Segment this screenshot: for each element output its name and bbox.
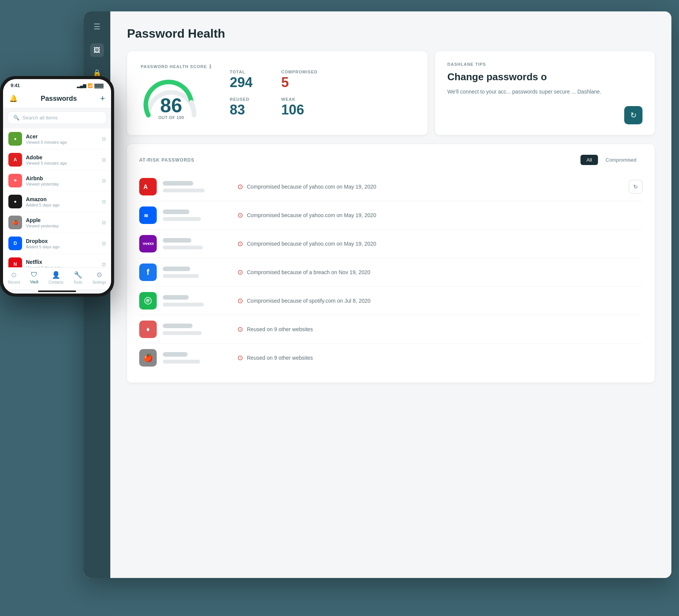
phone-site-sub: Viewed 5 minutes ago <box>26 140 98 144</box>
phone-list-item[interactable]: ● Acer Viewed 5 minutes ago ⧉ <box>3 129 111 149</box>
warning-icon: ⊙ <box>237 211 243 219</box>
desktop-window: ☰ 🖼 🔒 📄 👤 💳 📋 ⊙ Password Health PASSWORD… <box>84 11 671 578</box>
password-row[interactable]: ♦ ⊙ Reused on 9 other websites <box>139 315 642 344</box>
password-row[interactable]: f ⊙ Compromised because of a breach on N… <box>139 258 642 287</box>
phone-site-logo: ● <box>8 132 22 146</box>
password-row[interactable]: 🍎 ⊙ Reused on 9 other websites <box>139 344 642 372</box>
copy-icon[interactable]: ⧉ <box>102 240 106 247</box>
nav-icon-settings: ⚙ <box>96 271 102 279</box>
site-info <box>163 238 231 249</box>
phone-header-title: Passwords <box>41 95 77 103</box>
site-logo-adobe: A <box>139 178 157 195</box>
phone-list-item[interactable]: N Netflix Viewed 3 days ago ⧉ <box>3 254 111 267</box>
phone-header: 🔔 Passwords + <box>3 90 111 108</box>
svg-text:≋: ≋ <box>144 213 148 219</box>
site-sub-bar <box>163 360 200 364</box>
score-value: 86 <box>158 95 184 115</box>
nav-item-contacts[interactable]: 👤 Contacts <box>48 271 63 284</box>
site-info <box>163 295 231 306</box>
stat-compromised-label: COMPROMISED <box>281 70 317 74</box>
site-sub-bar <box>163 274 199 278</box>
nav-item-tools[interactable]: 🔧 Tools <box>73 271 82 284</box>
password-status: ⊙ Reused on 9 other websites <box>237 354 642 362</box>
tips-description: We'll connect to your acc... passwords s… <box>447 87 642 96</box>
bell-icon[interactable]: 🔔 <box>9 94 17 103</box>
signal-icon: ▂▄▆ <box>77 83 86 88</box>
copy-icon[interactable]: ⧉ <box>102 157 106 163</box>
stat-compromised: COMPROMISED 5 <box>281 70 317 89</box>
site-name-bar <box>163 238 191 243</box>
copy-icon[interactable]: ⧉ <box>102 136 106 142</box>
nav-label-vault: Vault <box>30 280 38 284</box>
tips-card: DASHLANE TIPS Change passwords o We'll c… <box>435 51 655 135</box>
wifi-icon: 📶 <box>87 83 93 88</box>
page-title: Password Health <box>127 27 655 41</box>
phone-site-name: Adobe <box>26 154 98 160</box>
stat-reused: REUSED 83 <box>230 97 266 117</box>
phone-list-item[interactable]: A Adobe Viewed 5 minutes ago ⧉ <box>3 149 111 170</box>
phone-site-sub: Viewed yesterday <box>26 182 98 186</box>
filter-tab-all[interactable]: All <box>580 155 598 165</box>
score-out-of: OUT OF 100 <box>158 115 184 120</box>
nav-item-settings[interactable]: ⚙ Settings <box>92 271 106 284</box>
copy-icon[interactable]: ⧉ <box>102 261 106 268</box>
gauge-container: 86 OUT OF 100 <box>141 77 202 123</box>
stat-reused-label: REUSED <box>230 97 266 102</box>
site-sub-bar <box>163 246 203 249</box>
warning-icon: ⊙ <box>237 240 243 248</box>
nav-item-recent[interactable]: ⊙ Recent <box>8 271 20 284</box>
phone-list-item[interactable]: ● Amazon Added 5 days ago ⧉ <box>3 191 111 212</box>
phone-list: ● Acer Viewed 5 minutes ago ⧉ A Adobe Vi… <box>3 127 111 267</box>
site-logo-airbnb: ♦ <box>139 321 157 338</box>
add-button[interactable]: + <box>100 94 105 103</box>
site-name-bar <box>163 324 192 328</box>
tips-button[interactable]: ↻ <box>624 106 642 124</box>
phone-search[interactable]: 🔍 Search all items <box>8 111 107 124</box>
copy-icon[interactable]: ⧉ <box>102 219 106 226</box>
phone-list-item[interactable]: 🍎 Apple Viewed yesterday ⧉ <box>3 212 111 233</box>
password-row[interactable]: ⊙ Compromised because of spotify.com on … <box>139 287 642 315</box>
nav-item-vault[interactable]: 🛡 Vault <box>30 271 38 284</box>
status-text: Reused on 9 other websites <box>247 355 313 361</box>
stat-total-label: TOTAL <box>230 70 266 74</box>
stat-total: TOTAL 294 <box>230 70 266 89</box>
site-name-bar <box>163 210 189 214</box>
password-row[interactable]: YAHOO! ⊙ Compromised because of yahoo.co… <box>139 230 642 258</box>
stat-weak-value: 106 <box>281 103 317 117</box>
stat-total-value: 294 <box>230 76 266 89</box>
password-status: ⊙ Compromised because of yahoo.com on Ma… <box>237 183 623 191</box>
password-row[interactable]: A ⊙ Compromised because of yahoo.com on … <box>139 173 642 201</box>
site-logo-spotify <box>139 292 157 310</box>
status-text: Compromised because of yahoo.com on May … <box>247 241 376 247</box>
site-logo-dropbox: ≋ <box>139 206 157 224</box>
copy-icon[interactable]: ⧉ <box>102 178 106 184</box>
menu-icon[interactable]: ☰ <box>91 19 103 34</box>
warning-icon: ⊙ <box>237 297 243 305</box>
phone-site-sub: Viewed yesterday <box>26 224 98 228</box>
svg-text:A: A <box>143 184 148 190</box>
score-section-label: PASSWORD HEALTH SCORE ℹ <box>141 64 211 70</box>
info-icon[interactable]: ℹ <box>209 64 211 70</box>
copy-icon[interactable]: ⧉ <box>102 198 106 205</box>
site-info <box>163 210 231 221</box>
filter-tab-compromised[interactable]: Compromised <box>599 155 642 165</box>
site-sub-bar <box>163 217 201 221</box>
phone-site-details: Netflix Viewed 3 days ago <box>26 259 98 268</box>
health-score-card: PASSWORD HEALTH SCORE ℹ <box>127 51 428 135</box>
nav-label-settings: Settings <box>92 280 106 284</box>
site-name-bar <box>163 181 193 186</box>
stat-compromised-value: 5 <box>281 76 317 89</box>
refresh-button[interactable]: ↻ <box>629 180 642 194</box>
phone-list-item[interactable]: D Dropbox Added 5 days ago ⧉ <box>3 233 111 254</box>
password-status: ⊙ Compromised because of yahoo.com on Ma… <box>237 211 642 219</box>
phone-site-logo: ✦ <box>8 174 22 187</box>
phone-site-sub: Viewed 5 minutes ago <box>26 161 98 165</box>
status-icons: ▂▄▆ 📶 ▓▓▓ <box>77 83 103 88</box>
phone-list-item[interactable]: ✦ Airbnb Viewed yesterday ⧉ <box>3 170 111 191</box>
gauge-number: 86 OUT OF 100 <box>158 95 184 120</box>
password-row[interactable]: ≋ ⊙ Compromised because of yahoo.com on … <box>139 201 642 230</box>
home-indicator <box>38 291 76 292</box>
at-risk-title: AT-RISK PASSWORDS <box>139 157 194 163</box>
search-placeholder: Search all items <box>22 115 57 121</box>
sidebar-icon-vault[interactable]: 🖼 <box>90 43 104 57</box>
